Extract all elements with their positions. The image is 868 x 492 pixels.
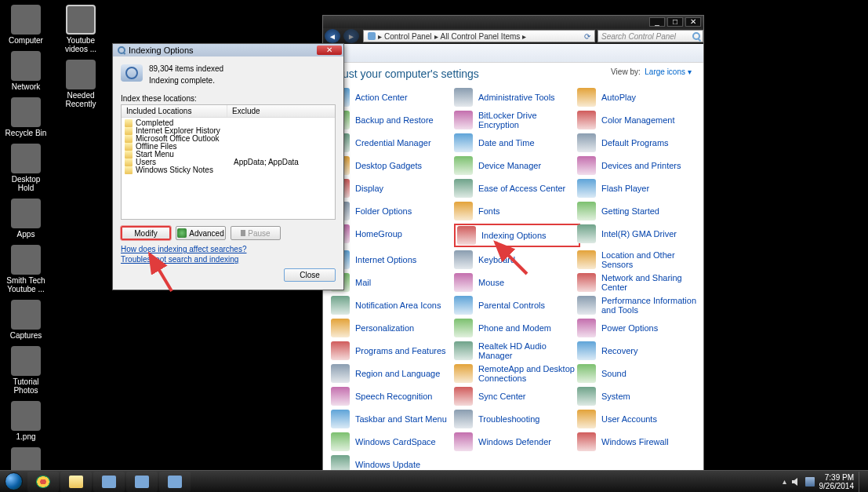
desktop-icon[interactable]: Captures	[5, 300, 47, 340]
tray-network-icon[interactable]	[805, 477, 815, 487]
search-box[interactable]: Search Control Panel	[597, 30, 703, 42]
control-panel-item[interactable]: Windows Defender	[454, 434, 577, 450]
taskbar-app-generic3[interactable]	[159, 472, 191, 492]
control-panel-item[interactable]: Speech Recognition	[331, 388, 454, 404]
taskbar-app-explorer[interactable]	[60, 472, 92, 492]
view-by-dropdown[interactable]: Large icons▾	[645, 67, 692, 76]
advanced-button[interactable]: Advanced	[176, 226, 226, 240]
desktop-icon[interactable]: Computer	[5, 5, 47, 45]
control-panel-item[interactable]: System	[577, 388, 700, 404]
control-panel-item[interactable]: Realtek HD Audio Manager	[454, 343, 577, 359]
control-panel-item[interactable]: Programs and Features	[331, 343, 454, 359]
location-row[interactable]: Windows Sticky Notes	[125, 166, 332, 174]
control-panel-item[interactable]: Credential Manager	[331, 135, 454, 151]
control-panel-item[interactable]: Location and Other Sensors	[577, 252, 700, 268]
desktop-icon[interactable]: Youtube videos ...	[60, 5, 102, 53]
control-panel-item[interactable]: Color Management	[577, 112, 700, 128]
desktop-icon[interactable]: Needed Recently	[60, 60, 102, 108]
breadcrumb-item[interactable]: All Control Panel Items	[441, 32, 521, 41]
breadcrumb-bar[interactable]: ▸ Control Panel ▸ All Control Panel Item…	[363, 30, 595, 42]
control-panel-item[interactable]: Desktop Gadgets	[331, 158, 454, 173]
control-panel-item[interactable]: Power Options	[577, 320, 700, 336]
desktop-icon[interactable]: Smith Tech Youtube ...	[5, 245, 47, 293]
control-panel-item[interactable]: Performance Information and Tools	[577, 297, 700, 313]
location-row[interactable]: Internet Explorer History	[125, 127, 332, 135]
control-panel-item[interactable]: Region and Language	[331, 366, 454, 381]
control-panel-item[interactable]: Windows CardSpace	[331, 434, 454, 450]
help-link-troubleshoot[interactable]: Troubleshoot search and indexing	[121, 255, 336, 264]
breadcrumb-item[interactable]: Control Panel	[384, 32, 432, 41]
desktop-icon[interactable]: Network	[5, 51, 47, 91]
show-hidden-icons[interactable]: ▴	[783, 477, 786, 486]
desktop-icon[interactable]: 1.png	[5, 401, 47, 441]
taskbar-app-generic1[interactable]	[93, 472, 125, 492]
control-panel-item[interactable]: AutoPlay	[577, 89, 700, 105]
location-row[interactable]: Microsoft Office Outlook	[125, 135, 332, 143]
control-panel-item[interactable]: Internet Options	[331, 252, 454, 268]
control-panel-item[interactable]: Ease of Access Center	[454, 180, 577, 196]
control-panel-item[interactable]: Phone and Modem	[454, 320, 577, 336]
control-panel-item[interactable]: Fonts	[454, 203, 577, 219]
desktop-icon[interactable]: Recycle Bin	[5, 97, 47, 137]
desktop-icon[interactable]: Tutorial Photos	[5, 346, 47, 395]
control-panel-item[interactable]: Flash Player	[577, 180, 700, 196]
taskbar-app-chrome[interactable]	[27, 472, 59, 492]
control-panel-item[interactable]: Taskbar and Start Menu	[331, 411, 454, 427]
control-panel-item[interactable]: Administrative Tools	[454, 89, 577, 105]
control-panel-item[interactable]: Devices and Printers	[577, 158, 700, 173]
control-panel-item[interactable]: HomeGroup	[331, 226, 454, 242]
control-panel-item[interactable]: User Accounts	[577, 411, 700, 427]
close-window-button[interactable]: ✕	[685, 17, 701, 27]
control-panel-item[interactable]: Personalization	[331, 320, 454, 336]
refresh-icon[interactable]: ⟳	[584, 32, 590, 41]
control-panel-item[interactable]: Sync Center	[454, 388, 577, 404]
control-panel-item[interactable]: Keyboard	[454, 252, 577, 268]
location-row[interactable]: Offline Files	[125, 143, 332, 151]
applet-icon	[454, 364, 473, 383]
nav-back-button[interactable]: ◄	[325, 29, 340, 43]
minimize-button[interactable]: _	[649, 17, 665, 27]
location-row[interactable]: Start Menu	[125, 151, 332, 159]
nav-forward-button[interactable]: ►	[343, 29, 359, 43]
control-panel-item[interactable]: RemoteApp and Desktop Connections	[454, 366, 577, 381]
maximize-button[interactable]: □	[667, 17, 683, 27]
control-panel-item[interactable]: Device Manager	[454, 158, 577, 173]
control-panel-item[interactable]: Recovery	[577, 343, 700, 359]
desktop-icon[interactable]: Desktop Hold	[5, 144, 47, 192]
tray-clock[interactable]: 7:39 PM 9/26/2014	[819, 473, 855, 490]
applet-icon	[577, 202, 596, 220]
control-panel-item[interactable]: Notification Area Icons	[331, 297, 454, 313]
close-button[interactable]: Close	[284, 268, 336, 282]
control-panel-item[interactable]: Windows Firewall	[577, 434, 700, 450]
control-panel-item[interactable]: Backup and Restore	[331, 112, 454, 128]
control-panel-item[interactable]: Mail	[331, 275, 454, 290]
control-panel-item[interactable]: Folder Options	[331, 203, 454, 219]
show-desktop-button[interactable]	[859, 472, 863, 492]
control-panel-item[interactable]: Network and Sharing Center	[577, 275, 700, 290]
modify-button[interactable]: Modify	[121, 226, 171, 240]
taskbar-app-generic2[interactable]	[126, 472, 158, 492]
tray-volume-icon[interactable]	[791, 477, 801, 487]
control-panel-item[interactable]: Display	[331, 180, 454, 196]
applet-label: Indexing Options	[481, 231, 547, 240]
included-locations-list[interactable]: Included Locations Exclude CompletedInte…	[121, 104, 336, 220]
control-panel-item[interactable]: BitLocker Drive Encryption	[454, 112, 577, 128]
control-panel-item[interactable]: Intel(R) GMA Driver	[577, 226, 700, 242]
location-row[interactable]: UsersAppData; AppData	[125, 159, 332, 166]
start-button[interactable]	[0, 471, 27, 493]
control-panel-item[interactable]: Getting Started	[577, 203, 700, 219]
dialog-close-button[interactable]: ✕	[317, 46, 342, 55]
desktop-icon[interactable]: Apps	[5, 199, 47, 239]
control-panel-item[interactable]: Action Center	[331, 89, 454, 105]
col-header-included[interactable]: Included Locations	[122, 105, 227, 117]
control-panel-item[interactable]: Parental Controls	[454, 297, 577, 313]
help-link-searches[interactable]: How does indexing affect searches?	[121, 245, 336, 253]
control-panel-item[interactable]: Sound	[577, 366, 700, 381]
control-panel-item[interactable]: Date and Time	[454, 135, 577, 151]
control-panel-item[interactable]: Mouse	[454, 275, 577, 290]
control-panel-item[interactable]: Default Programs	[577, 135, 700, 151]
location-row[interactable]: Completed	[125, 119, 332, 127]
col-header-exclude[interactable]: Exclude	[227, 105, 335, 117]
control-panel-item[interactable]: Troubleshooting	[454, 411, 577, 427]
control-panel-item[interactable]: Indexing Options	[454, 224, 580, 247]
